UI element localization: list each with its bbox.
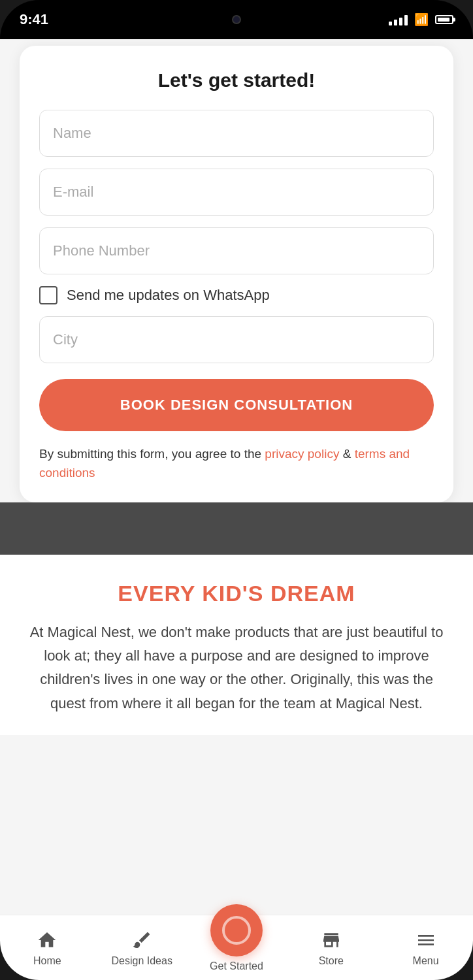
- signal-icon: [389, 14, 408, 25]
- form-title: Let's get started!: [39, 69, 434, 91]
- content-section: EVERY KID'S DREAM At Magical Nest, we do…: [0, 555, 473, 735]
- notch: [184, 8, 289, 31]
- terms-text: By submitting this form, you agree to th…: [39, 444, 434, 483]
- nav-home[interactable]: Home: [0, 929, 95, 967]
- screen-content: Let's get started! Send me updates on Wh…: [0, 39, 473, 915]
- nav-store[interactable]: Store: [284, 929, 378, 967]
- email-input[interactable]: [39, 169, 434, 216]
- terms-prefix: By submitting this form, you agree to th…: [39, 447, 265, 461]
- store-label: Store: [319, 955, 344, 967]
- dark-section: [0, 502, 473, 555]
- phone-input[interactable]: [39, 227, 434, 274]
- submit-button[interactable]: BOOK DESIGN CONSULTATION: [39, 379, 434, 431]
- status-time: 9:41: [20, 11, 48, 28]
- nav-menu[interactable]: Menu: [378, 929, 473, 967]
- home-label: Home: [33, 955, 61, 967]
- phone-shell: 9:41 📶 Let's get started!: [0, 0, 473, 980]
- battery-icon: [435, 15, 453, 24]
- status-icons: 📶: [389, 12, 453, 27]
- get-started-button[interactable]: [210, 904, 263, 956]
- menu-label: Menu: [413, 955, 439, 967]
- get-started-label: Get Started: [210, 960, 263, 972]
- section-title: EVERY KID'S DREAM: [26, 581, 447, 606]
- home-icon: [36, 929, 58, 951]
- notch-camera: [232, 15, 241, 24]
- design-ideas-icon: [131, 929, 153, 951]
- name-input[interactable]: [39, 110, 434, 157]
- design-ideas-label: Design Ideas: [112, 955, 172, 967]
- bottom-nav: Home Design Ideas Get Started Store: [0, 915, 473, 980]
- nav-design-ideas[interactable]: Design Ideas: [95, 929, 189, 967]
- section-body: At Magical Nest, we don't make products …: [26, 621, 447, 715]
- store-icon: [320, 929, 342, 951]
- terms-ampersand: &: [339, 447, 354, 461]
- whatsapp-label: Send me updates on WhatsApp: [67, 287, 270, 304]
- menu-icon: [415, 929, 437, 951]
- city-input[interactable]: [39, 316, 434, 363]
- form-card: Let's get started! Send me updates on Wh…: [20, 46, 453, 502]
- privacy-link[interactable]: privacy policy: [265, 447, 339, 461]
- nav-get-started[interactable]: Get Started: [189, 924, 284, 972]
- wifi-icon: 📶: [414, 12, 429, 27]
- whatsapp-checkbox[interactable]: [39, 286, 57, 304]
- whatsapp-row: Send me updates on WhatsApp: [39, 286, 434, 304]
